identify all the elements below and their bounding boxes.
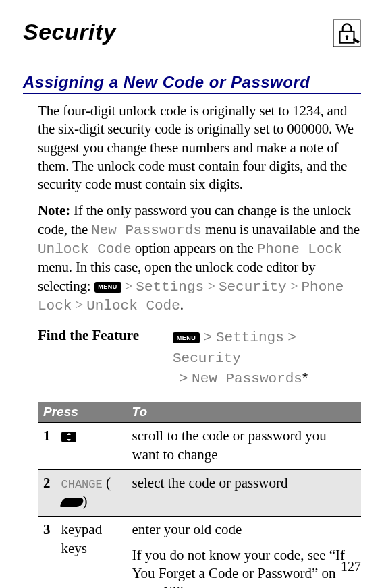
- soft-key-icon: [59, 498, 84, 507]
- change-label: CHANGE: [61, 478, 103, 491]
- table-row: 3 keypad keys enter your old code If you…: [38, 517, 361, 588]
- menu-ref-new-passwords: New Passwords: [91, 223, 202, 238]
- note-label: Note:: [38, 202, 70, 218]
- menu-ref-phone-lock: Phone Lock: [257, 241, 342, 257]
- press-cell: CHANGE (): [56, 469, 127, 517]
- lock-icon: [333, 19, 361, 47]
- note-paragraph: Note: If the only password you can chang…: [23, 202, 361, 315]
- to-cell: enter your old code If you do not know y…: [127, 517, 361, 588]
- intro-paragraph: The four-digit unlock code is originally…: [23, 102, 361, 194]
- to-cell: select the code or password: [127, 469, 361, 517]
- table-row: 2 CHANGE () select the code or password: [38, 469, 361, 517]
- step-number: 2: [38, 469, 56, 517]
- page-number: 127: [341, 559, 361, 575]
- nav-key-icon: [61, 432, 76, 442]
- menu-key-icon: MENU: [94, 282, 121, 293]
- menu-ref-unlock-code: Unlock Code: [38, 241, 132, 257]
- table-header: Press To: [38, 402, 361, 423]
- press-cell: keypad keys: [56, 517, 127, 588]
- table-row: 1 scroll to the code or password you wan…: [38, 423, 361, 470]
- press-cell: [56, 423, 127, 470]
- feature-path: MENU > Settings > Security > New Passwor…: [173, 327, 361, 388]
- to-cell: scroll to the code or password you want …: [127, 423, 361, 470]
- col-press: Press: [38, 402, 127, 423]
- step-number: 1: [38, 423, 56, 470]
- menu-key-icon: MENU: [173, 332, 200, 343]
- page-title: Security: [23, 19, 116, 45]
- find-the-feature: Find the Feature MENU > Settings > Secur…: [23, 327, 361, 388]
- section-heading: Assigning a New Code or Password: [23, 73, 361, 94]
- feature-label: Find the Feature: [38, 327, 173, 388]
- step-number: 3: [38, 517, 56, 588]
- svg-rect-3: [346, 36, 348, 40]
- steps-table: Press To 1 scroll to the code or passwor…: [38, 402, 361, 588]
- col-to: To: [127, 402, 361, 423]
